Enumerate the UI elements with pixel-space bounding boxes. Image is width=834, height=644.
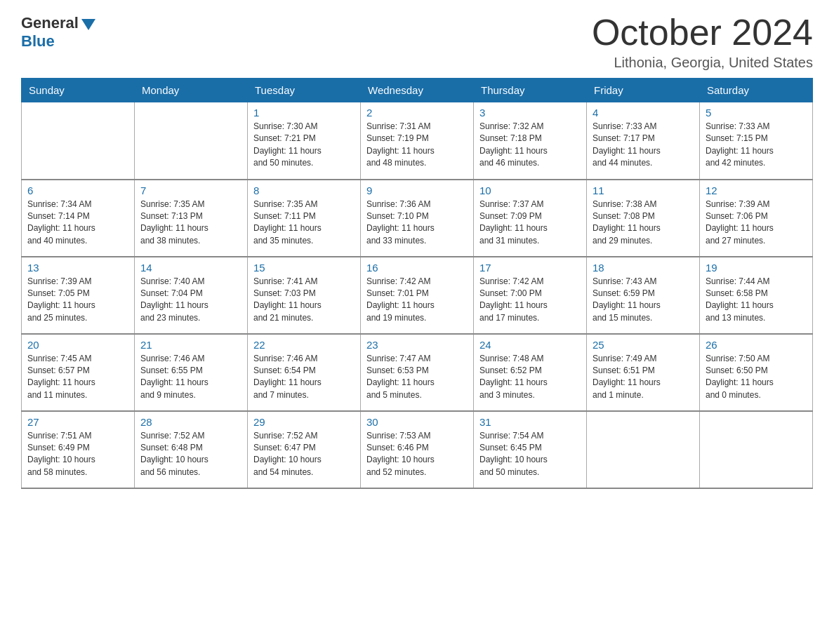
- day-info: Sunrise: 7:52 AMSunset: 6:47 PMDaylight:…: [253, 430, 355, 479]
- day-info: Sunrise: 7:47 AMSunset: 6:53 PMDaylight:…: [366, 353, 468, 402]
- calendar-cell: 31Sunrise: 7:54 AMSunset: 6:45 PMDayligh…: [474, 411, 587, 488]
- day-number: 4: [593, 107, 694, 119]
- day-number: 14: [140, 262, 241, 274]
- calendar-cell: 5Sunrise: 7:33 AMSunset: 7:15 PMDaylight…: [700, 102, 813, 180]
- day-number: 17: [479, 262, 581, 274]
- day-number: 5: [706, 107, 807, 119]
- header-sunday: Sunday: [22, 79, 135, 102]
- day-info: Sunrise: 7:30 AMSunset: 7:21 PMDaylight:…: [253, 121, 355, 170]
- week-row-1: 1Sunrise: 7:30 AMSunset: 7:21 PMDaylight…: [22, 102, 813, 180]
- calendar-cell: 11Sunrise: 7:38 AMSunset: 7:08 PMDayligh…: [587, 180, 700, 257]
- week-row-4: 20Sunrise: 7:45 AMSunset: 6:57 PMDayligh…: [22, 334, 813, 411]
- day-info: Sunrise: 7:31 AMSunset: 7:19 PMDaylight:…: [366, 121, 468, 170]
- calendar-cell: 1Sunrise: 7:30 AMSunset: 7:21 PMDaylight…: [248, 102, 361, 180]
- title-area: October 2024 Lithonia, Georgia, United S…: [592, 14, 813, 71]
- calendar-cell: [22, 102, 135, 180]
- day-number: 10: [479, 185, 581, 196]
- day-info: Sunrise: 7:41 AMSunset: 7:03 PMDaylight:…: [253, 276, 355, 325]
- logo-blue-text: Blue: [21, 32, 55, 51]
- day-number: 1: [253, 107, 355, 119]
- day-number: 9: [366, 185, 468, 196]
- calendar-cell: 10Sunrise: 7:37 AMSunset: 7:09 PMDayligh…: [474, 180, 587, 257]
- calendar-cell: [587, 411, 700, 488]
- day-number: 3: [479, 107, 581, 119]
- day-info: Sunrise: 7:53 AMSunset: 6:46 PMDaylight:…: [366, 430, 468, 479]
- calendar-table: SundayMondayTuesdayWednesdayThursdayFrid…: [21, 78, 813, 489]
- day-number: 28: [140, 416, 241, 428]
- calendar-cell: 25Sunrise: 7:49 AMSunset: 6:51 PMDayligh…: [587, 334, 700, 411]
- week-row-2: 6Sunrise: 7:34 AMSunset: 7:14 PMDaylight…: [22, 180, 813, 257]
- day-info: Sunrise: 7:49 AMSunset: 6:51 PMDaylight:…: [593, 353, 694, 402]
- day-number: 18: [593, 262, 694, 274]
- calendar-cell: 18Sunrise: 7:43 AMSunset: 6:59 PMDayligh…: [587, 257, 700, 334]
- calendar-cell: 14Sunrise: 7:40 AMSunset: 7:04 PMDayligh…: [135, 257, 248, 334]
- calendar-cell: 3Sunrise: 7:32 AMSunset: 7:18 PMDaylight…: [474, 102, 587, 180]
- day-info: Sunrise: 7:54 AMSunset: 6:45 PMDaylight:…: [479, 430, 581, 479]
- page-header: General Blue October 2024 Lithonia, Geor…: [21, 14, 813, 71]
- calendar-cell: 21Sunrise: 7:46 AMSunset: 6:55 PMDayligh…: [135, 334, 248, 411]
- week-row-3: 13Sunrise: 7:39 AMSunset: 7:05 PMDayligh…: [22, 257, 813, 334]
- calendar-cell: 12Sunrise: 7:39 AMSunset: 7:06 PMDayligh…: [700, 180, 813, 257]
- header-saturday: Saturday: [700, 79, 813, 102]
- calendar-cell: 7Sunrise: 7:35 AMSunset: 7:13 PMDaylight…: [135, 180, 248, 257]
- day-number: 24: [479, 339, 581, 351]
- day-info: Sunrise: 7:33 AMSunset: 7:15 PMDaylight:…: [706, 121, 807, 170]
- calendar-cell: 29Sunrise: 7:52 AMSunset: 6:47 PMDayligh…: [248, 411, 361, 488]
- day-info: Sunrise: 7:39 AMSunset: 7:05 PMDaylight:…: [27, 276, 128, 325]
- calendar-cell: [700, 411, 813, 488]
- header-thursday: Thursday: [474, 79, 587, 102]
- day-info: Sunrise: 7:34 AMSunset: 7:14 PMDaylight:…: [27, 199, 128, 248]
- calendar-cell: 8Sunrise: 7:35 AMSunset: 7:11 PMDaylight…: [248, 180, 361, 257]
- calendar-cell: 23Sunrise: 7:47 AMSunset: 6:53 PMDayligh…: [361, 334, 474, 411]
- calendar-cell: 4Sunrise: 7:33 AMSunset: 7:17 PMDaylight…: [587, 102, 700, 180]
- day-info: Sunrise: 7:52 AMSunset: 6:48 PMDaylight:…: [140, 430, 241, 479]
- calendar-cell: [135, 102, 248, 180]
- calendar-cell: 16Sunrise: 7:42 AMSunset: 7:01 PMDayligh…: [361, 257, 474, 334]
- day-number: 22: [253, 339, 355, 351]
- day-info: Sunrise: 7:35 AMSunset: 7:13 PMDaylight:…: [140, 199, 241, 248]
- day-info: Sunrise: 7:42 AMSunset: 7:01 PMDaylight:…: [366, 276, 468, 325]
- day-info: Sunrise: 7:45 AMSunset: 6:57 PMDaylight:…: [27, 353, 128, 402]
- calendar-cell: 24Sunrise: 7:48 AMSunset: 6:52 PMDayligh…: [474, 334, 587, 411]
- header-tuesday: Tuesday: [248, 79, 361, 102]
- day-number: 26: [706, 339, 807, 351]
- day-info: Sunrise: 7:39 AMSunset: 7:06 PMDaylight:…: [706, 199, 807, 248]
- day-number: 21: [140, 339, 241, 351]
- day-number: 23: [366, 339, 468, 351]
- day-info: Sunrise: 7:51 AMSunset: 6:49 PMDaylight:…: [27, 430, 128, 479]
- day-info: Sunrise: 7:48 AMSunset: 6:52 PMDaylight:…: [479, 353, 581, 402]
- calendar-cell: 13Sunrise: 7:39 AMSunset: 7:05 PMDayligh…: [22, 257, 135, 334]
- day-number: 15: [253, 262, 355, 274]
- day-number: 2: [366, 107, 468, 119]
- calendar-cell: 6Sunrise: 7:34 AMSunset: 7:14 PMDaylight…: [22, 180, 135, 257]
- calendar-cell: 28Sunrise: 7:52 AMSunset: 6:48 PMDayligh…: [135, 411, 248, 488]
- day-info: Sunrise: 7:36 AMSunset: 7:10 PMDaylight:…: [366, 199, 468, 248]
- day-number: 29: [253, 416, 355, 428]
- day-number: 27: [27, 416, 128, 428]
- day-info: Sunrise: 7:50 AMSunset: 6:50 PMDaylight:…: [706, 353, 807, 402]
- day-number: 12: [706, 185, 807, 196]
- day-info: Sunrise: 7:46 AMSunset: 6:54 PMDaylight:…: [253, 353, 355, 402]
- calendar-body: 1Sunrise: 7:30 AMSunset: 7:21 PMDaylight…: [22, 102, 813, 488]
- calendar-cell: 26Sunrise: 7:50 AMSunset: 6:50 PMDayligh…: [700, 334, 813, 411]
- day-info: Sunrise: 7:33 AMSunset: 7:17 PMDaylight:…: [593, 121, 694, 170]
- logo-triangle-icon: [81, 19, 95, 30]
- calendar-cell: 20Sunrise: 7:45 AMSunset: 6:57 PMDayligh…: [22, 334, 135, 411]
- day-info: Sunrise: 7:44 AMSunset: 6:58 PMDaylight:…: [706, 276, 807, 325]
- day-number: 8: [253, 185, 355, 196]
- day-number: 6: [27, 185, 128, 196]
- day-info: Sunrise: 7:43 AMSunset: 6:59 PMDaylight:…: [593, 276, 694, 325]
- logo: General Blue: [21, 14, 95, 51]
- day-number: 13: [27, 262, 128, 274]
- day-info: Sunrise: 7:32 AMSunset: 7:18 PMDaylight:…: [479, 121, 581, 170]
- location-text: Lithonia, Georgia, United States: [592, 55, 813, 71]
- header-row: SundayMondayTuesdayWednesdayThursdayFrid…: [22, 79, 813, 102]
- calendar-cell: 9Sunrise: 7:36 AMSunset: 7:10 PMDaylight…: [361, 180, 474, 257]
- day-number: 20: [27, 339, 128, 351]
- calendar-cell: 30Sunrise: 7:53 AMSunset: 6:46 PMDayligh…: [361, 411, 474, 488]
- day-number: 7: [140, 185, 241, 196]
- header-monday: Monday: [135, 79, 248, 102]
- calendar-header: SundayMondayTuesdayWednesdayThursdayFrid…: [22, 79, 813, 102]
- header-friday: Friday: [587, 79, 700, 102]
- day-info: Sunrise: 7:38 AMSunset: 7:08 PMDaylight:…: [593, 199, 694, 248]
